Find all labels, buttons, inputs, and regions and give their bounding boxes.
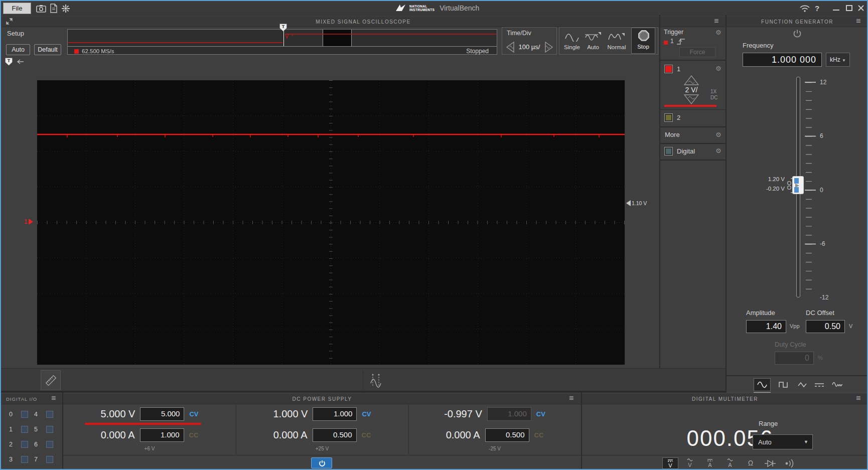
digital-row[interactable]: Digital ⚙: [660, 144, 726, 159]
psu-neg25v-cc-badge: CC: [534, 431, 544, 439]
single-button[interactable]: Single: [562, 29, 582, 54]
psu-6v-current-setpoint[interactable]: 1.000: [140, 428, 184, 442]
channel-1-scale-up-icon[interactable]: [683, 75, 699, 86]
dmm-mode-diode[interactable]: [763, 458, 779, 470]
psu-6v-voltage-setpoint[interactable]: 5.000: [140, 407, 184, 421]
trigger-time-flag-icon[interactable]: T: [279, 24, 287, 32]
timediv-decrease-icon[interactable]: [504, 41, 516, 53]
channel-1-row[interactable]: 1 ⚙ 2 V/ 1X DC: [660, 61, 726, 109]
psu-power-button[interactable]: [311, 457, 332, 468]
scope-graph[interactable]: [37, 80, 625, 365]
digital-gear-icon[interactable]: ⚙: [715, 147, 721, 154]
wifi-icon[interactable]: [800, 5, 810, 12]
settings-spark-icon[interactable]: [61, 4, 70, 13]
dmm-mode-resistance[interactable]: Ω: [743, 459, 759, 470]
trigger-label: Trigger: [664, 29, 683, 36]
dmm-mode-dc-volts[interactable]: V: [662, 457, 678, 469]
duty-cycle-field[interactable]: 0: [775, 352, 814, 365]
more-row[interactable]: More ⚙: [660, 127, 726, 142]
trigger-position-flag-icon[interactable]: T: [5, 58, 13, 66]
report-icon[interactable]: [50, 4, 57, 13]
psu-6v-voltage: 5.000 V: [100, 408, 135, 420]
auto-button[interactable]: Auto: [583, 29, 603, 54]
cursors-button[interactable]: [366, 370, 386, 390]
setup-default-button[interactable]: Default: [34, 44, 61, 55]
psu-neg25v-current-setpoint[interactable]: 0.500: [485, 428, 529, 442]
more-label: More: [665, 131, 680, 138]
psu-25v-current: 0.000 A: [273, 429, 308, 441]
channel-1-scale[interactable]: 2 V/: [679, 86, 703, 94]
slider-handle-high-grip[interactable]: [794, 178, 799, 184]
more-gear-icon[interactable]: ⚙: [715, 131, 721, 138]
waveform-triangle-button[interactable]: [794, 378, 811, 391]
channel-1-checkbox[interactable]: [664, 65, 673, 73]
mso-menu[interactable]: ≡: [714, 18, 718, 25]
channel-2-row[interactable]: 2: [660, 110, 726, 126]
acquisition-timeline[interactable]: 62.500 MS/s Stopped: [67, 29, 497, 55]
normal-button[interactable]: Normal: [605, 29, 628, 54]
waveform-dc-button[interactable]: [811, 378, 828, 391]
slider-handle-low-grip[interactable]: [794, 187, 799, 193]
dio-line-2-indicator[interactable]: [21, 441, 28, 448]
dio-line-1-indicator[interactable]: [21, 426, 28, 433]
dmm-menu[interactable]: ≡: [856, 395, 860, 402]
digital-checkbox[interactable]: [664, 147, 673, 155]
fgen-menu[interactable]: ≡: [856, 18, 860, 25]
trigger-level-value: 1.10 V: [632, 200, 647, 206]
waveform-square-button[interactable]: [775, 378, 792, 391]
frequency-unit-dropdown[interactable]: kHz ▼: [826, 53, 850, 67]
dc-volts-icon: V: [663, 458, 678, 468]
fgen-power-icon[interactable]: [793, 29, 802, 38]
dio-line-5-indicator[interactable]: [46, 426, 53, 433]
trigger-level-marker[interactable]: 1.10 V: [626, 200, 647, 206]
trigger-gear-icon[interactable]: ⚙: [715, 29, 721, 36]
dmm-range-dropdown[interactable]: Auto ▼: [753, 434, 813, 449]
force-button[interactable]: Force: [679, 47, 715, 57]
dio-line-3-indicator[interactable]: [21, 456, 28, 463]
channel-2-checkbox[interactable]: [664, 113, 673, 122]
dc-offset-field[interactable]: 0.50: [806, 320, 845, 333]
measurement-button[interactable]: [41, 370, 61, 390]
setup-auto-button[interactable]: Auto: [6, 44, 30, 55]
dio-line-6-indicator[interactable]: [46, 441, 53, 448]
frequency-field[interactable]: 1.000 000: [743, 53, 822, 67]
dmm-mode-ac-volts[interactable]: V: [682, 457, 698, 469]
psu-neg25v-voltage-setpoint[interactable]: 1.000: [487, 407, 531, 421]
scope-grid: [37, 80, 625, 365]
dio-line-4-indicator[interactable]: [46, 411, 53, 418]
fgen-slider-handle[interactable]: [792, 176, 804, 194]
amplitude-field[interactable]: 1.40: [746, 320, 786, 333]
dmm-panel: DIGITAL MULTIMETER ≡ 000.056 mV Range Au…: [581, 393, 868, 470]
dropdown-arrow-icon: ▼: [842, 58, 846, 63]
dio-menu[interactable]: ≡: [51, 395, 56, 402]
maximize-button[interactable]: [846, 5, 852, 11]
psu-25v-voltage-setpoint[interactable]: 1.000: [313, 407, 357, 421]
ni-brand-text: NATIONAL INSTRUMENTS: [409, 5, 435, 12]
psu-menu[interactable]: ≡: [569, 395, 573, 402]
dmm-mode-dc-current[interactable]: A: [702, 457, 718, 469]
camera-icon[interactable]: [36, 5, 46, 13]
psu-25v-current-setpoint[interactable]: 0.500: [313, 428, 357, 442]
timediv-value[interactable]: 100 µs/: [517, 43, 542, 51]
stop-button[interactable]: Stop: [631, 28, 655, 54]
timediv-increase-icon[interactable]: [543, 41, 555, 53]
fgen-title: FUNCTION GENERATOR: [727, 19, 868, 25]
file-menu[interactable]: File: [3, 3, 31, 14]
minimize-button[interactable]: [833, 10, 839, 11]
waveform-sine-button[interactable]: [754, 378, 771, 391]
dmm-mode-ac-current[interactable]: A: [722, 457, 739, 469]
psu-neg25v-name: -25 V: [489, 446, 501, 451]
channel-1-zero-marker[interactable]: 1: [24, 218, 33, 225]
dio-line-7-indicator[interactable]: [46, 456, 53, 463]
dio-line-2: 2: [9, 441, 13, 448]
close-button[interactable]: [858, 5, 864, 11]
dmm-mode-continuity[interactable]: [783, 458, 799, 470]
amplitude-label: Amplitude: [746, 309, 775, 317]
channel-1-gear-icon[interactable]: ⚙: [715, 65, 721, 72]
channel-1-scale-down-icon[interactable]: [683, 94, 699, 105]
waveform-arbitrary-button[interactable]: [829, 378, 846, 391]
trigger-offscreen-arrow-icon[interactable]: [16, 59, 24, 64]
psu-neg25v-current: 0.000 A: [446, 429, 480, 441]
help-icon[interactable]: ?: [815, 4, 819, 13]
dio-line-0-indicator[interactable]: [21, 411, 28, 418]
